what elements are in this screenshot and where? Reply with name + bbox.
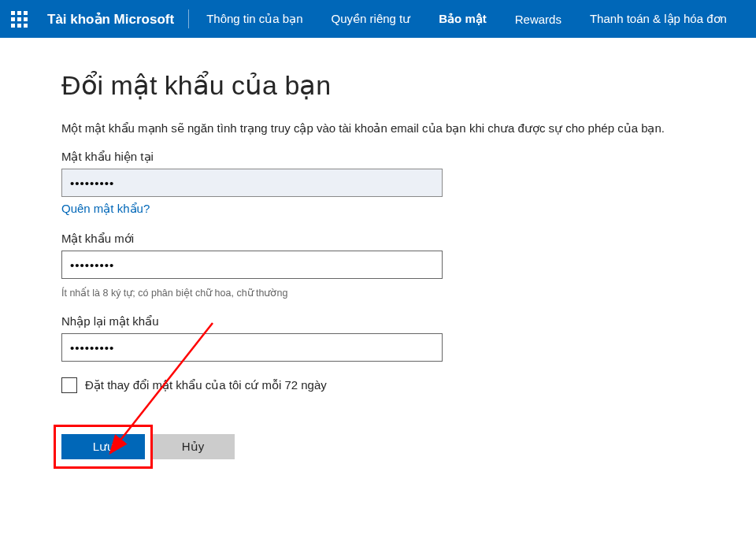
nav-security[interactable]: Bảo mật	[424, 0, 501, 38]
nav-privacy[interactable]: Quyền riêng tư	[317, 0, 425, 38]
new-password-group: Mật khẩu mới Ít nhất là 8 ký tự; có phân…	[61, 232, 756, 299]
current-password-group: Mật khẩu hiện tại Quên mật khẩu?	[61, 150, 756, 216]
nav-rewards[interactable]: Rewards	[501, 0, 576, 38]
button-row: Lưu Hủy	[61, 434, 756, 459]
save-button[interactable]: Lưu	[61, 434, 145, 459]
content: Đổi mật khẩu của bạn Một mật khẩu mạnh s…	[0, 38, 756, 459]
current-password-label: Mật khẩu hiện tại	[61, 150, 756, 164]
force-change-row: Đặt thay đổi mật khẩu của tôi cứ mỗi 72 …	[61, 377, 756, 393]
page-description: Một mật khẩu mạnh sẽ ngăn tình trạng tru…	[61, 121, 756, 136]
brand-title[interactable]: Tài khoản Microsoft	[38, 11, 188, 28]
force-change-checkbox[interactable]	[61, 377, 77, 393]
confirm-password-group: Nhập lại mật khẩu	[61, 314, 756, 362]
app-launcher-icon[interactable]	[0, 0, 38, 38]
password-hint: Ít nhất là 8 ký tự; có phân biệt chữ hoa…	[61, 287, 756, 299]
cancel-button[interactable]: Hủy	[151, 434, 235, 459]
confirm-password-label: Nhập lại mật khẩu	[61, 314, 756, 329]
header-divider	[188, 9, 189, 28]
header: Tài khoản Microsoft Thông tin của bạn Qu…	[0, 0, 756, 38]
confirm-password-input[interactable]	[61, 333, 443, 362]
new-password-label: Mật khẩu mới	[61, 232, 756, 246]
nav-your-info[interactable]: Thông tin của bạn	[192, 0, 317, 38]
nav-billing[interactable]: Thanh toán & lập hóa đơn	[576, 0, 741, 38]
page-title: Đổi mật khẩu của bạn	[61, 69, 756, 101]
current-password-input[interactable]	[61, 169, 443, 197]
force-change-label: Đặt thay đổi mật khẩu của tôi cứ mỗi 72 …	[85, 378, 327, 392]
new-password-input[interactable]	[61, 251, 443, 279]
forgot-password-link[interactable]: Quên mật khẩu?	[61, 202, 150, 216]
header-nav: Thông tin của bạn Quyền riêng tư Bảo mật…	[192, 0, 741, 38]
